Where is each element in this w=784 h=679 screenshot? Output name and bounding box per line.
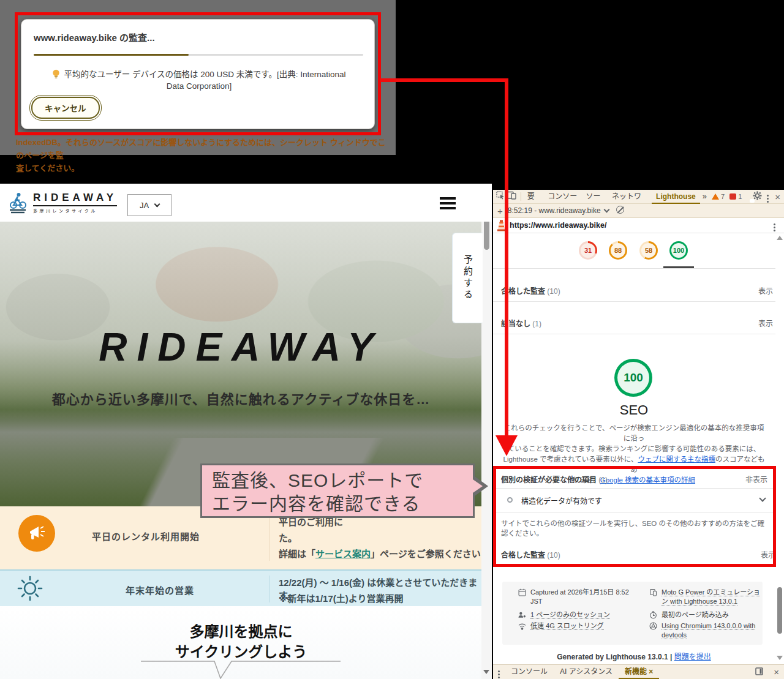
- drawer-tab-console[interactable]: コンソール: [505, 665, 554, 679]
- gauge-accessibility[interactable]: 88: [609, 241, 627, 260]
- site-logo[interactable]: RIDEAWAY 多摩川レンタサイクル: [9, 191, 117, 214]
- web-vitals-link[interactable]: ウェブに関する主な指標: [638, 456, 715, 463]
- clear-audits-icon[interactable]: [616, 206, 624, 216]
- notice-newyear-line2: ※新年は1/17(土)より営業再開: [279, 591, 403, 604]
- scroll-down-icon[interactable]: [483, 670, 489, 674]
- tab-console[interactable]: コンソール: [543, 190, 581, 204]
- seo-score-gauge: 100: [614, 359, 652, 397]
- devtools-drawer-bar: コンソール AI アシスタンス 新機能 × ×: [493, 664, 784, 679]
- clock-icon: [649, 611, 657, 619]
- annotation-tail-inner: [473, 479, 483, 493]
- notice-divider: [270, 576, 270, 602]
- annotation-arrow-horizontal: [380, 78, 508, 82]
- passed-audits-count: (10): [547, 287, 560, 296]
- session-mode-link[interactable]: 1 ページのみのセッション: [530, 611, 610, 619]
- language-selector[interactable]: JA: [127, 194, 172, 216]
- background-warning-line1: IndexedDB。それらのソースがスコアに影響しないようにするためには、シーク…: [16, 138, 386, 160]
- session-label: 8:52:19 - www.rideaway.bike: [508, 206, 601, 215]
- drawer-tab-label: 新機能: [625, 667, 647, 676]
- megaphone-icon: [18, 515, 55, 552]
- tab-network[interactable]: ネットワーク: [608, 190, 652, 204]
- devtools-scrollbar[interactable]: [775, 233, 784, 664]
- notice-weekday-line2: た。: [279, 531, 297, 544]
- reserve-button-label: 予約する: [461, 255, 474, 301]
- captured-at: Captured at 2026年1月15日 8:52 JST: [530, 588, 641, 606]
- scroll-down-icon[interactable]: [777, 656, 783, 660]
- seo-category-title: SEO: [493, 402, 775, 418]
- brand-subtitle: 多摩川レンタサイクル: [33, 208, 117, 214]
- show-button[interactable]: 表示: [758, 285, 773, 296]
- chromium-icon: [649, 622, 657, 630]
- report-meta-box: Captured at 2026年1月15日 8:52 JST 1 ページのみの…: [502, 582, 763, 645]
- close-tab-icon[interactable]: ×: [649, 667, 653, 676]
- service-guide-link[interactable]: サービス案内: [315, 549, 371, 559]
- hero-subtitle: 都心から近い多摩川で、自然に触れるアクティブな休日を…: [0, 388, 482, 408]
- hamburger-menu-button[interactable]: [440, 197, 456, 209]
- emulation-link[interactable]: Moto G Power のエミュレーション with Lighthouse 1…: [662, 588, 760, 606]
- drawer-tab-ai-assistance[interactable]: AI アシスタンス: [554, 665, 619, 679]
- site-scrollbar[interactable]: [481, 184, 492, 679]
- inspect-element-icon[interactable]: [496, 191, 505, 202]
- session-mode: 1 ページのみのセッション: [530, 610, 610, 620]
- notice-newyear-label: 年末年始の営業: [126, 583, 194, 596]
- chromium-version: Using Chromium 143.0.0.0 with devtools: [662, 621, 763, 640]
- hero-title: RIDEAWAY: [0, 324, 482, 370]
- calendar-icon: [518, 588, 526, 596]
- detail-post: 」ページをご参照ください: [371, 549, 481, 559]
- gauge-best-practices[interactable]: 58: [639, 241, 658, 260]
- section-title-line2: サイクリングしよう: [175, 643, 307, 660]
- notice-newyear: 年末年始の営業 12/22(月) ～ 1/16(金) は休業とさせていただきます…: [0, 569, 482, 606]
- drawer-close-icon[interactable]: ×: [774, 667, 779, 677]
- active-category-indicator: [663, 266, 694, 268]
- drawer-tab-whats-new[interactable]: 新機能 ×: [619, 665, 659, 679]
- dock-panel-icon[interactable]: [755, 667, 763, 678]
- section-title-line1: 多摩川を拠点に: [190, 623, 293, 640]
- devtools-panel: 要素 コンソール ソース ネットワーク Lighthouse » 7 1 × +: [493, 190, 784, 679]
- throttling-link[interactable]: 低速 4G スロットリング: [530, 622, 604, 630]
- sun-icon: [16, 574, 44, 605]
- more-tabs-icon[interactable]: »: [700, 190, 709, 204]
- devtools-scrollbar-thumb[interactable]: [777, 587, 782, 634]
- lighthouse-session-bar: + 8:52:19 - www.rideaway.bike: [493, 204, 784, 218]
- notice-weekday-detail: 詳細は「サービス案内」ページをご参照ください: [279, 547, 481, 560]
- screenshot-stage: www.rideaway.bike の監査... 平均的なユーザー デバイスの価…: [0, 0, 784, 679]
- report-issue-link[interactable]: 問題を提出: [674, 653, 711, 661]
- gauge-performance[interactable]: 31: [579, 241, 597, 260]
- tab-elements[interactable]: 要素: [523, 190, 543, 204]
- tab-lighthouse[interactable]: Lighthouse: [652, 190, 700, 204]
- tabbar-separator: [521, 192, 521, 201]
- warnings-badge[interactable]: 7: [709, 193, 727, 200]
- device-toolbar-icon[interactable]: [507, 191, 516, 202]
- gauge-seo[interactable]: 100: [669, 241, 688, 260]
- issues-badge[interactable]: 1: [727, 193, 744, 200]
- device-icon: [649, 588, 657, 596]
- speech-tail-decoration: [140, 660, 342, 679]
- generated-by-line: Generated by Lighthouse 13.0.1 | 問題を提出: [493, 651, 775, 661]
- session-selector[interactable]: 8:52:19 - www.rideaway.bike: [508, 206, 609, 215]
- devtools-tabbar: 要素 コンソール ソース ネットワーク Lighthouse » 7 1 ×: [493, 190, 784, 204]
- throttling-icon: [518, 622, 526, 630]
- devtools-close-icon[interactable]: ×: [771, 192, 784, 202]
- annotation-note: 監査後、SEOレポートで エラー内容を確認できる: [200, 463, 475, 518]
- session-icon: [518, 611, 526, 619]
- chevron-down-icon: [154, 201, 160, 208]
- generated-text: Generated by Lighthouse 13.0.1 |: [557, 653, 672, 661]
- na-count: (1): [532, 320, 541, 328]
- annotation-arrow-head: [496, 435, 518, 456]
- site-header: RIDEAWAY 多摩川レンタサイクル JA: [0, 184, 492, 222]
- scroll-up-icon[interactable]: [777, 236, 783, 240]
- drawer-menu-icon[interactable]: [493, 667, 505, 678]
- reserve-button[interactable]: 予約する: [452, 233, 483, 323]
- cyclist-logo-icon: [9, 191, 27, 214]
- tab-sources[interactable]: ソース: [582, 190, 608, 204]
- issue-count: 1: [738, 193, 742, 200]
- report-url-bar: https://www.rideaway.bike/: [493, 218, 784, 233]
- show-button[interactable]: 表示: [758, 318, 773, 328]
- seo-desc-line2: ていることを確認できます。検索ランキングに影響する可能性のある要素には、: [508, 445, 761, 452]
- website-viewport: RIDEAWAY 多摩川レンタサイクル JA RIDEAWAY 都心から近い多摩…: [0, 184, 492, 679]
- not-applicable-section: 該当なし (1) 表示: [493, 311, 784, 334]
- chromium-link[interactable]: Using Chromium 143.0.0.0 with devtools: [662, 622, 755, 639]
- seo-desc-line1: これらのチェックを行うことで、ページが検索エンジン最適化の基本的な推奨事項に沿っ: [504, 424, 764, 442]
- devtools-menu-icon[interactable]: [764, 191, 771, 202]
- report-menu-icon[interactable]: [774, 220, 775, 231]
